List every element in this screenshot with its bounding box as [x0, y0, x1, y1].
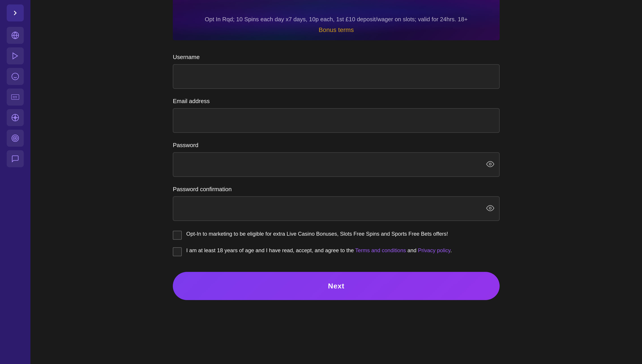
svg-marker-2	[13, 53, 18, 59]
sidebar: 777	[0, 0, 31, 364]
svg-point-13	[489, 163, 491, 165]
age-terms-checkbox[interactable]	[173, 247, 182, 256]
sidebar-item-casino[interactable]	[7, 109, 24, 126]
marketing-checkbox-label: Opt-In to marketing to be eligible for e…	[186, 230, 448, 238]
marketing-checkbox[interactable]	[173, 231, 182, 240]
username-label: Username	[173, 54, 500, 60]
password-confirm-label: Password confirmation	[173, 186, 500, 193]
password-input[interactable]	[173, 152, 500, 177]
password-confirm-input-wrapper	[173, 196, 500, 221]
terms-link[interactable]: Terms and conditions	[355, 247, 406, 253]
password-input-wrapper	[173, 152, 500, 177]
form-container: Opt In Rqd; 10 Spins each day x7 days, 1…	[173, 0, 500, 318]
sidebar-item-globe[interactable]	[7, 27, 24, 44]
username-field-group: Username	[173, 54, 500, 89]
username-input-wrapper	[173, 64, 500, 89]
email-input-wrapper	[173, 108, 500, 133]
sidebar-item-play[interactable]	[7, 48, 24, 64]
banner: Opt In Rqd; 10 Spins each day x7 days, 1…	[173, 0, 500, 40]
sidebar-toggle[interactable]	[7, 4, 24, 22]
password-confirm-input[interactable]	[173, 196, 500, 221]
sidebar-item-bonus[interactable]	[7, 68, 24, 85]
sidebar-item-target[interactable]	[7, 130, 24, 147]
main-content: Opt In Rqd; 10 Spins each day x7 days, 1…	[31, 0, 642, 364]
period-text: .	[450, 247, 452, 253]
privacy-link[interactable]: Privacy policy	[418, 247, 450, 253]
and-text: and	[406, 247, 418, 253]
svg-text:777: 777	[13, 96, 17, 99]
marketing-checkbox-group: Opt-In to marketing to be eligible for e…	[173, 230, 500, 240]
sidebar-item-chat[interactable]	[7, 150, 24, 167]
email-label: Email address	[173, 98, 500, 105]
password-toggle-icon[interactable]	[486, 160, 494, 169]
bonus-terms-link[interactable]: Bonus terms	[319, 26, 354, 34]
svg-point-11	[13, 136, 17, 140]
age-terms-label: I am at least 18 years of age and I have…	[186, 246, 452, 254]
svg-point-14	[489, 207, 491, 209]
next-button[interactable]: Next	[173, 272, 500, 300]
banner-subtitle: Opt In Rqd; 10 Spins each day x7 days, 1…	[205, 16, 468, 23]
svg-point-3	[12, 73, 19, 80]
sidebar-item-777[interactable]: 777	[7, 88, 24, 106]
email-input[interactable]	[173, 108, 500, 133]
email-field-group: Email address	[173, 98, 500, 133]
age-text: I am at least 18 years of age and I have…	[186, 247, 355, 253]
username-input[interactable]	[173, 64, 500, 89]
age-terms-checkbox-group: I am at least 18 years of age and I have…	[173, 246, 500, 256]
svg-point-10	[12, 135, 19, 142]
svg-point-12	[15, 138, 16, 139]
password-confirm-toggle-icon[interactable]	[486, 204, 494, 213]
password-label: Password	[173, 142, 500, 149]
password-confirm-field-group: Password confirmation	[173, 186, 500, 221]
password-field-group: Password	[173, 142, 500, 177]
